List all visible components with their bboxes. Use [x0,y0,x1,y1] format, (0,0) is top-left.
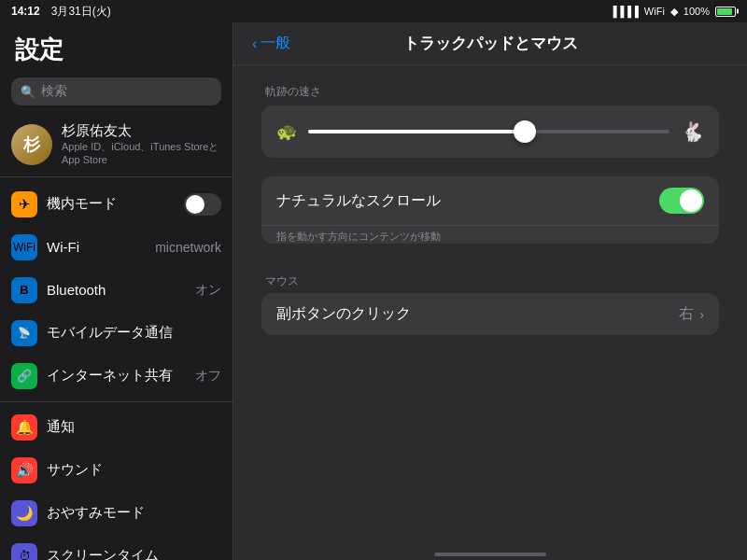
search-icon: 🔍 [21,85,35,99]
sidebar-item-wifi[interactable]: WiFi Wi-Fi micnetwork [0,226,233,269]
user-name: 杉原佑友太 [62,122,221,140]
secondary-click-label: 副ボタンのクリック [276,304,679,324]
sound-label: サウンド [47,461,221,479]
content-body: 軌跡の速さ 🐢 🐇 ナチュラルなスクロール 指を [233,65,747,541]
wifi-status-icon: WiFi [644,6,665,17]
sidebar-item-cellular[interactable]: 📡 モバイルデータ通信 [0,312,233,355]
sidebar-item-notification[interactable]: 🔔 通知 [0,406,233,449]
home-bar-indicator [434,553,546,556]
bluetooth-value: オン [195,282,221,299]
screentime-icon: ⏱ [11,543,37,560]
slider-slow-icon: 🐢 [276,121,297,142]
donotdisturb-label: おやすみモード [47,504,221,522]
avatar: 杉 [11,124,52,165]
content-pane: ‹ 一般 トラックパッドとマウス 軌跡の速さ 🐢 🐇 [233,22,747,560]
hotspot-value: オフ [195,368,221,385]
search-placeholder: 検索 [41,83,67,100]
secondary-click-group: 副ボタンのクリック 右 › [261,293,719,335]
signal-icon: ▐▐▐▐ [610,6,639,17]
status-right: ▐▐▐▐ WiFi ◆ 100% [610,6,736,18]
natural-scroll-row[interactable]: ナチュラルなスクロール [261,176,719,226]
slider-container: 🐢 🐇 [261,105,719,158]
airplane-label: 機内モード [47,195,175,213]
secondary-click-row[interactable]: 副ボタンのクリック 右 › [261,293,719,335]
slider-section: 軌跡の速さ 🐢 🐇 [261,84,719,158]
sidebar-item-sound[interactable]: 🔊 サウンド [0,449,233,492]
sidebar-item-donotdisturb[interactable]: 🌙 おやすみモード [0,492,233,535]
screentime-label: スクリーンタイム [47,547,221,560]
back-chevron-icon: ‹ [252,35,257,52]
sidebar-item-screentime[interactable]: ⏱ スクリーンタイム [0,535,233,560]
user-info: 杉原佑友太 Apple ID、iCloud、iTunes StoreとApp S… [62,122,221,167]
wifi-value: micnetwork [155,240,221,255]
sidebar-item-airplane[interactable]: ✈ 機内モード [0,183,233,226]
settings-title: 設定 [0,22,233,74]
natural-scroll-sublabel: 指を動かす方向にコンテンツが移動 [261,226,719,244]
secondary-click-value: 右 [679,304,694,324]
battery-icon [715,7,736,17]
sidebar-section-connectivity: ✈ 機内モード WiFi Wi-Fi micnetwork B Bluetoot… [0,183,233,398]
hotspot-icon: 🔗 [11,363,37,389]
airplane-icon: ✈ [11,191,37,217]
slider-thumb[interactable] [514,120,536,143]
tracking-speed-slider[interactable] [308,130,669,133]
natural-scroll-toggle[interactable] [659,188,704,214]
slider-label: 軌跡の速さ [261,84,719,100]
bluetooth-icon: B [11,277,37,303]
cellular-label: モバイルデータ通信 [47,324,221,342]
secondary-click-chevron-icon: › [699,307,704,322]
sidebar: 設定 🔍 検索 杉 杉原佑友太 Apple ID、iCloud、iTunes S… [0,22,233,560]
location-icon: ◆ [670,6,678,18]
mouse-label: マウス [261,266,719,293]
wifi-label: Wi-Fi [47,239,146,255]
natural-scroll-label: ナチュラルなスクロール [276,191,659,211]
cellular-icon: 📡 [11,320,37,346]
back-button[interactable]: ‹ 一般 [252,34,290,53]
sidebar-section-preferences: 🔔 通知 🔊 サウンド 🌙 おやすみモード ⏱ スクリーンタイム [0,406,233,560]
content-header: ‹ 一般 トラックパッドとマウス [233,22,747,65]
notification-label: 通知 [47,418,221,436]
slider-fill [308,130,525,133]
slider-fast-icon: 🐇 [681,120,704,143]
user-profile[interactable]: 杉 杉原佑友太 Apple ID、iCloud、iTunes StoreとApp… [0,113,233,177]
natural-scroll-group: ナチュラルなスクロール 指を動かす方向にコンテンツが移動 [261,176,719,244]
sidebar-item-bluetooth[interactable]: B Bluetooth オン [0,269,233,312]
wifi-icon: WiFi [11,234,37,260]
back-label: 一般 [261,34,290,53]
content-title: トラックパッドとマウス [403,33,578,54]
search-box[interactable]: 🔍 検索 [11,77,221,105]
status-bar: 14:12 3月31日(火) ▐▐▐▐ WiFi ◆ 100% [0,0,747,22]
user-subtitle: Apple ID、iCloud、iTunes StoreとApp Store [62,140,221,167]
home-bar [233,541,747,560]
natural-scroll-section: ナチュラルなスクロール 指を動かす方向にコンテンツが移動 [261,176,719,244]
mouse-settings-section: 副ボタンのクリック 右 › [261,293,719,335]
status-date: 3月31日(火) [51,4,111,20]
hotspot-label: インターネット共有 [47,367,186,385]
sound-icon: 🔊 [11,457,37,483]
sidebar-items: ✈ 機内モード WiFi Wi-Fi micnetwork B Bluetoot… [0,183,233,560]
sidebar-item-hotspot[interactable]: 🔗 インターネット共有 オフ [0,355,233,398]
donotdisturb-icon: 🌙 [11,500,37,526]
notification-icon: 🔔 [11,414,37,441]
battery-percent: 100% [684,6,710,17]
airplane-toggle[interactable] [184,193,221,216]
bluetooth-label: Bluetooth [47,282,186,298]
status-time: 14:12 [11,5,40,18]
